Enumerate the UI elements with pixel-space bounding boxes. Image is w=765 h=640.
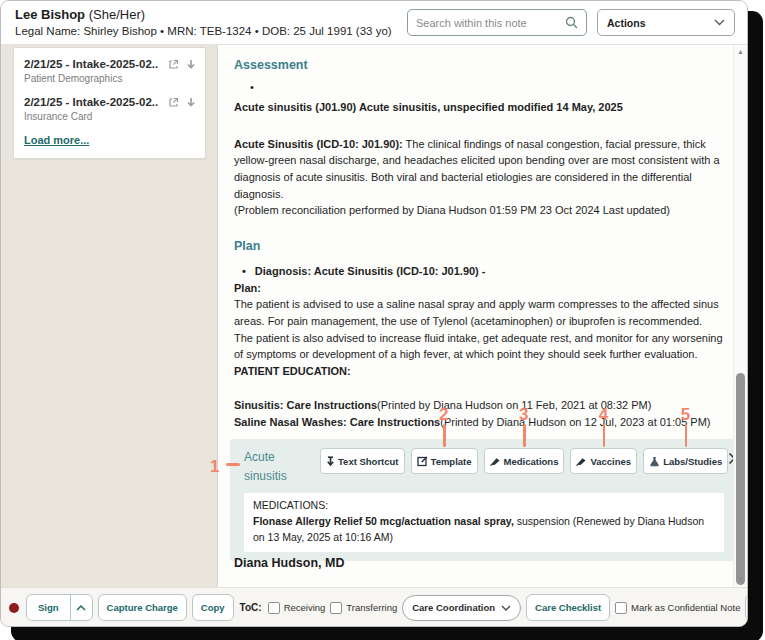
- education-item: Sinusitis: Care Instructions(Printed by …: [234, 397, 723, 414]
- vaccines-button[interactable]: 4 Vaccines: [570, 448, 637, 474]
- documents-sidebar: 2/21/25 - Intake-2025-02.. Patient Demog…: [1, 45, 218, 587]
- document-actions: [168, 97, 196, 108]
- transferring-checkbox-group[interactable]: Transferring: [330, 602, 397, 614]
- save-close-split-button: Save & Close: [745, 594, 748, 621]
- medication-entry: Flonase Allergy Relief 50 mcg/actuation …: [253, 514, 715, 546]
- labs-studies-button[interactable]: 5 Labs/Studies: [643, 448, 728, 474]
- receiving-checkbox-group[interactable]: Receiving: [268, 602, 326, 614]
- note-search[interactable]: [407, 9, 587, 36]
- popup-diagnosis-title: Acute sinusitis 1: [244, 448, 314, 485]
- actions-dropdown[interactable]: Actions: [597, 9, 735, 36]
- scrollbar-thumb[interactable]: [736, 373, 745, 585]
- annotation-line-2: [443, 424, 446, 447]
- annotation-number-5: 5: [681, 405, 690, 425]
- header-controls: Actions: [407, 9, 735, 44]
- template-button[interactable]: 2 Template: [411, 448, 478, 474]
- annotation-line-4: [603, 424, 606, 447]
- education-item-title: Saline Nasal Washes: Care Instructions: [234, 416, 440, 428]
- copy-button[interactable]: Copy: [192, 594, 234, 621]
- download-icon[interactable]: [186, 59, 196, 70]
- document-item[interactable]: 2/21/25 - Intake-2025-02.. Patient Demog…: [24, 58, 196, 84]
- scroll-up-icon[interactable]: ▲: [734, 45, 747, 59]
- receiving-checkbox[interactable]: [268, 602, 280, 614]
- vaccines-label: Vaccines: [590, 456, 631, 467]
- transferring-label: Transferring: [346, 602, 397, 613]
- vaccines-pen-icon: [576, 457, 587, 466]
- provider-signature: Diana Hudson, MD: [234, 556, 344, 570]
- medications-label: Medications: [504, 456, 559, 467]
- care-coordination-label: Care Coordination: [412, 602, 495, 613]
- note-scrollbar[interactable]: ▲ ▼: [733, 45, 747, 587]
- template-label: Template: [431, 456, 472, 467]
- template-icon: [417, 456, 428, 467]
- note-window: Lee Bishop (She/Her) Legal Name: Shirley…: [0, 0, 748, 627]
- text-shortcut-label: Text Shortcut: [338, 456, 399, 467]
- document-title[interactable]: 2/21/25 - Intake-2025-02..: [24, 58, 158, 70]
- patient-education-label: PATIENT EDUCATION:: [234, 363, 723, 380]
- document-subtitle: Insurance Card: [24, 111, 196, 122]
- care-checklist-button[interactable]: Care Checklist: [526, 594, 610, 621]
- sign-button[interactable]: Sign: [27, 595, 70, 620]
- document-title[interactable]: 2/21/25 - Intake-2025-02..: [24, 96, 158, 108]
- plan-text: The patient is advised to use a saline n…: [234, 296, 723, 363]
- care-coordination-dropdown[interactable]: Care Coordination: [402, 595, 521, 621]
- annotation-number-2: 2: [439, 405, 448, 425]
- sign-caret-up-icon[interactable]: [70, 595, 92, 620]
- documents-card: 2/21/25 - Intake-2025-02.. Patient Demog…: [13, 47, 206, 159]
- scroll-down-icon[interactable]: ▼: [734, 573, 747, 587]
- medications-summary-box: MEDICATIONS: Flonase Allergy Relief 50 m…: [244, 493, 724, 552]
- empty-bullet: •: [250, 81, 723, 93]
- patient-name: Lee Bishop: [15, 7, 85, 22]
- save-close-button[interactable]: Save & Close: [746, 595, 748, 620]
- chevron-down-icon: [501, 605, 511, 611]
- annotation-number-3: 3: [519, 405, 528, 425]
- plan-diagnosis-text: Diagnosis: Acute Sinusitis (ICD-10: J01.…: [255, 263, 486, 280]
- patient-details: Legal Name: Shirley Bishop • MRN: TEB-13…: [15, 25, 392, 37]
- download-icon[interactable]: [186, 97, 196, 108]
- annotation-line-1: [226, 463, 240, 466]
- document-actions: [168, 59, 196, 70]
- plan-diagnosis-bullet: • Diagnosis: Acute Sinusitis (ICD-10: J0…: [242, 263, 723, 280]
- patient-pronouns: (She/Her): [85, 7, 145, 22]
- annotation-line-3: [523, 424, 526, 447]
- unsigned-status-dot: [9, 603, 19, 613]
- medication-name: Flonase Allergy Relief 50 mcg/actuation …: [253, 515, 514, 527]
- lab-flask-icon: [649, 456, 660, 467]
- search-input[interactable]: [416, 17, 565, 29]
- education-item: Saline Nasal Washes: Care Instructions(P…: [234, 414, 723, 431]
- actions-label: Actions: [607, 17, 646, 29]
- medications-pen-icon: [490, 457, 501, 466]
- transferring-checkbox[interactable]: [330, 602, 342, 614]
- confidential-checkbox-group[interactable]: Mark as Confidential Note: [615, 602, 740, 614]
- document-item[interactable]: 2/21/25 - Intake-2025-02.. Insurance Car…: [24, 96, 196, 122]
- assessment-heading: Assessment: [234, 58, 723, 72]
- bullet-glyph: •: [242, 263, 246, 280]
- annotation-line-5: [685, 424, 688, 447]
- diagnosis-toolbar-popup: Acute sinusitis 1 Text Shortcut 2 Templa…: [230, 439, 736, 561]
- labs-studies-label: Labs/Studies: [663, 456, 722, 467]
- medications-button[interactable]: 3 Medications: [484, 448, 565, 474]
- patient-identity: Lee Bishop (She/Her) Legal Name: Shirley…: [15, 7, 392, 44]
- medications-box-label: MEDICATIONS:: [253, 498, 715, 514]
- capture-charge-button[interactable]: Capture Charge: [98, 594, 187, 621]
- open-external-icon[interactable]: [168, 59, 179, 70]
- education-item-meta: (Printed by Diana Hudson on 11 Feb, 2021…: [377, 399, 651, 411]
- assessment-paragraph: Acute Sinusitis (ICD-10: J01.90): The cl…: [234, 136, 723, 203]
- search-icon: [565, 16, 578, 29]
- load-more-link[interactable]: Load more...: [24, 134, 89, 146]
- receiving-label: Receiving: [284, 602, 326, 613]
- assessment-diagnosis-line: Acute sinusitis (J01.90) Acute sinusitis…: [234, 99, 723, 116]
- patient-header: Lee Bishop (She/Her) Legal Name: Shirley…: [1, 1, 747, 45]
- note-footer-toolbar: Sign Capture Charge Copy ToC: Receiving …: [1, 587, 747, 627]
- plan-label: Plan:: [234, 280, 723, 297]
- confidential-checkbox[interactable]: [615, 602, 627, 614]
- open-external-icon[interactable]: [168, 97, 179, 108]
- toc-label: ToC:: [240, 602, 262, 613]
- problem-reconciliation-line: (Problem reconciliation performed by Dia…: [234, 202, 723, 219]
- annotation-number-1: 1: [210, 454, 219, 480]
- text-shortcut-button[interactable]: Text Shortcut: [320, 448, 405, 474]
- plan-heading: Plan: [234, 239, 723, 253]
- popup-button-row: Text Shortcut 2 Template 3 Medications 4: [320, 448, 728, 474]
- sign-split-button: Sign: [26, 594, 93, 621]
- assessment-diagnosis-label: Acute Sinusitis (ICD-10: J01.90):: [234, 138, 403, 150]
